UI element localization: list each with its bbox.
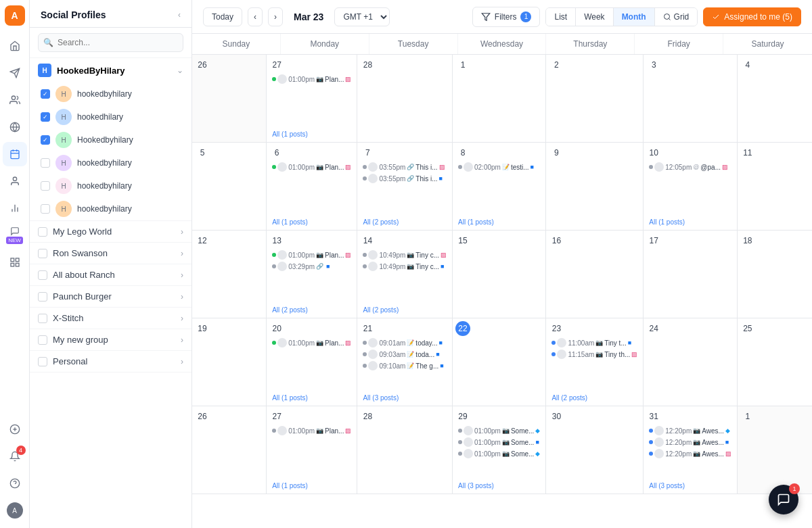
profile-checkbox[interactable] xyxy=(41,181,50,191)
group-checkbox[interactable] xyxy=(38,249,47,258)
profile-item[interactable]: H hookedbyhilary xyxy=(30,151,191,174)
group-checkbox[interactable] xyxy=(38,227,47,237)
post-event[interactable]: 01:00pm 📷 Plan... ▨ xyxy=(269,162,354,172)
nav-calendar[interactable] xyxy=(3,142,27,166)
nav-analytics[interactable] xyxy=(3,196,27,220)
nav-send[interactable] xyxy=(3,61,27,85)
all-posts-link[interactable]: All (1 posts) xyxy=(269,481,311,491)
post-event[interactable]: 12:20pm 📷 Awes... ◆ xyxy=(646,425,734,436)
group-checkbox[interactable] xyxy=(38,292,47,302)
all-posts-link[interactable]: All (2 posts) xyxy=(360,305,401,315)
event-title: testi... xyxy=(511,164,529,171)
next-button[interactable]: › xyxy=(268,7,283,26)
group-item[interactable]: X-Stitch › xyxy=(30,308,191,329)
all-posts-link[interactable]: All (1 posts) xyxy=(269,217,311,227)
group-item[interactable]: Paunch Burger › xyxy=(30,286,191,308)
all-posts-link[interactable]: All (1 posts) xyxy=(646,217,687,227)
event-time: 03:29pm xyxy=(288,263,315,270)
nav-grid[interactable] xyxy=(3,250,27,274)
nav-users[interactable] xyxy=(3,88,27,112)
view-list-button[interactable]: List xyxy=(546,8,576,26)
post-event[interactable]: 01:00pm 📷 Plan... ▨ xyxy=(269,337,354,348)
all-posts-link[interactable]: All (2 posts) xyxy=(549,393,590,403)
all-posts-link[interactable]: All (2 posts) xyxy=(360,217,401,227)
post-event[interactable]: 12:20pm 📷 Awes... ▨ xyxy=(646,448,734,459)
profile-item[interactable]: H hookedbyhilary xyxy=(30,174,191,197)
sidebar-content: H HookedByHilary ⌄ H hookedbyhilary H ho… xyxy=(30,58,191,528)
post-event[interactable]: 12:20pm 📷 Awes... ■ xyxy=(646,437,734,448)
view-month-button[interactable]: Month xyxy=(614,8,655,26)
post-event[interactable]: 11:00am 📷 Tiny t... ■ xyxy=(549,337,640,348)
post-event[interactable]: 03:55pm 🔗 This i... ■ xyxy=(360,173,449,184)
calendar-header: SundayMondayTuesdayWednesdayThursdayFrid… xyxy=(192,34,812,55)
group-checkbox[interactable] xyxy=(38,335,47,345)
post-event[interactable]: 10:49pm 📷 Tiny c... ▨ xyxy=(360,249,449,260)
profile-checkbox[interactable] xyxy=(41,135,50,145)
post-event[interactable]: 11:15am 📷 Tiny th... ▨ xyxy=(549,349,640,360)
group-item[interactable]: Personal › xyxy=(30,351,191,373)
nav-add[interactable] xyxy=(3,417,27,441)
profile-checkbox[interactable] xyxy=(41,112,50,122)
post-event[interactable]: 03:29pm 🔗 ■ xyxy=(269,261,354,272)
profile-checkbox[interactable] xyxy=(41,204,50,214)
post-event[interactable]: 01:00pm 📷 Plan... ▨ xyxy=(269,74,354,85)
profile-checkbox[interactable] xyxy=(41,158,50,168)
nav-notifications[interactable]: 4 xyxy=(3,444,27,469)
nav-avatar[interactable]: A xyxy=(3,498,27,523)
calendar-cell: 15 xyxy=(453,231,546,318)
post-event[interactable]: 01:00pm 📷 Plan... ▨ xyxy=(269,249,354,260)
profile-item[interactable]: H Hookedbyhilary xyxy=(30,128,191,151)
group-checkbox[interactable] xyxy=(38,314,47,323)
all-posts-link[interactable]: All (1 posts) xyxy=(269,129,311,139)
prev-button[interactable]: ‹ xyxy=(248,7,263,26)
post-event[interactable]: 10:49pm 📷 Tiny c... ■ xyxy=(360,261,449,272)
sidebar-collapse-btn[interactable]: ‹ xyxy=(178,10,181,20)
nav-people[interactable] xyxy=(3,169,27,193)
day-number: 28 xyxy=(360,409,375,424)
all-posts-link[interactable]: All (3 posts) xyxy=(646,481,687,491)
calendar-cell: 25 xyxy=(738,318,812,406)
post-event[interactable]: 03:55pm 🔗 This i... ▨ xyxy=(360,162,449,172)
group-item[interactable]: All about Ranch › xyxy=(30,264,191,286)
today-button[interactable]: Today xyxy=(203,7,242,26)
nav-home[interactable] xyxy=(3,34,27,58)
all-posts-link[interactable]: All (1 posts) xyxy=(455,217,497,227)
post-event[interactable]: 09:10am 📝 The g... ■ xyxy=(360,360,449,371)
search-input[interactable] xyxy=(38,33,183,52)
post-event[interactable]: 02:00pm 📝 testi... ■ xyxy=(455,162,543,172)
group-checkbox[interactable] xyxy=(38,357,47,366)
post-event[interactable]: 01:00pm 📷 Some... ◆ xyxy=(455,448,543,459)
post-event[interactable]: 01:00pm 📷 Some... ◆ xyxy=(455,425,543,436)
post-event[interactable]: 01:00pm 📷 Some... ■ xyxy=(455,437,543,448)
event-icon: 📷 xyxy=(316,76,323,82)
all-posts-link[interactable]: All (1 posts) xyxy=(269,393,311,403)
sidebar-title: Social Profiles xyxy=(41,9,106,20)
post-event[interactable]: 01:00pm 📷 Plan... ▨ xyxy=(269,425,354,436)
post-event[interactable]: 09:03am 📝 toda... ■ xyxy=(360,349,449,360)
app-logo[interactable]: A xyxy=(5,5,25,26)
nav-new[interactable]: NEW xyxy=(3,223,27,247)
profile-item[interactable]: H hookedbyhilary xyxy=(30,197,191,220)
group-item[interactable]: My new group › xyxy=(30,329,191,351)
nav-help[interactable] xyxy=(3,471,27,496)
chat-bubble[interactable]: 1 xyxy=(769,485,798,514)
assigned-to-me-button[interactable]: Assigned to me (5) xyxy=(703,7,801,26)
view-grid-button[interactable]: Grid xyxy=(655,8,698,26)
post-event[interactable]: 12:05pm @ @pa... ▨ xyxy=(646,162,734,172)
group-item[interactable]: My Lego World › xyxy=(30,221,191,243)
account-group-header[interactable]: H HookedByHilary ⌄ xyxy=(30,58,191,82)
all-posts-link[interactable]: All (3 posts) xyxy=(360,393,401,403)
group-item[interactable]: Ron Swanson › xyxy=(30,243,191,264)
profile-checkbox[interactable] xyxy=(41,89,50,99)
filters-button[interactable]: Filters 1 xyxy=(472,7,541,27)
nav-globe[interactable] xyxy=(3,115,27,139)
all-posts-link[interactable]: All (3 posts) xyxy=(455,481,497,491)
timezone-select[interactable]: GMT +1 GMT +0 GMT -5 xyxy=(334,7,390,26)
all-posts-link[interactable]: All (2 posts) xyxy=(269,305,311,315)
group-checkbox[interactable] xyxy=(38,270,47,280)
post-event[interactable]: 09:01am 📝 today... ■ xyxy=(360,337,449,348)
view-week-button[interactable]: Week xyxy=(576,8,613,26)
calendar: SundayMondayTuesdayWednesdayThursdayFrid… xyxy=(192,34,812,528)
profile-item[interactable]: H hookedbyhilary xyxy=(30,82,191,105)
profile-item[interactable]: H hookedhilary xyxy=(30,105,191,128)
